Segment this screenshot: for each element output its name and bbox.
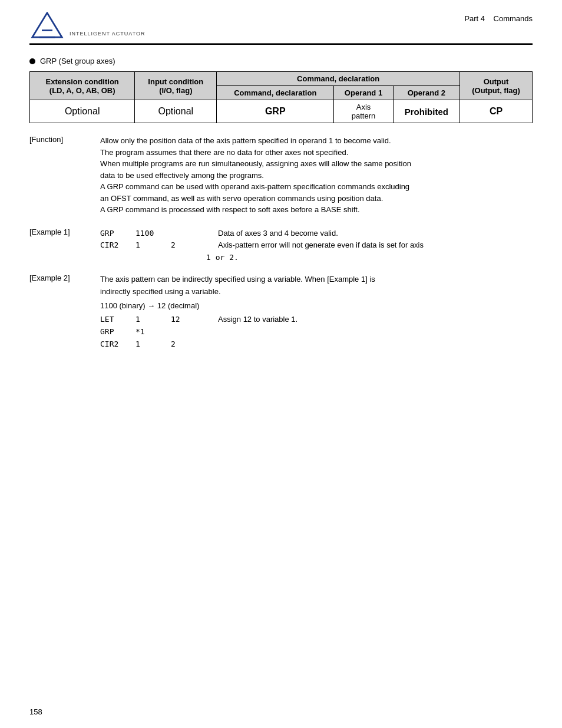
function-line-3: When multiple programs are run simultane… bbox=[100, 158, 533, 170]
example1-row: [Example 1] GRP 1100 Data of axes 3 and … bbox=[29, 228, 533, 264]
function-line-1: Allow only the position data of the axis… bbox=[100, 135, 533, 147]
code-grp-cmd: GRP bbox=[100, 228, 135, 240]
table-header-cmd-decl: Command, declaration bbox=[217, 86, 334, 100]
code-cir22-arg2: 2 bbox=[171, 338, 206, 351]
table-header-operand2: Operand 2 bbox=[393, 86, 459, 100]
code-grp-desc: Data of axes 3 and 4 become valid. bbox=[218, 228, 338, 240]
section-header: GRP (Set group axes) bbox=[29, 57, 533, 65]
function-label: [Function] bbox=[29, 135, 94, 216]
table-header-operand1: Operand 1 bbox=[334, 86, 393, 100]
part-label: Part 4 bbox=[464, 14, 485, 23]
bullet-icon bbox=[29, 58, 35, 64]
code-let-cmd: LET bbox=[100, 314, 135, 326]
example2-code-grp: GRP *1 bbox=[100, 326, 533, 338]
code-grp-arg1: 1100 bbox=[135, 228, 171, 240]
code-let-desc: Assign 12 to variable 1. bbox=[218, 314, 297, 326]
code-cir2-desc: Axis-pattern error will not generate eve… bbox=[218, 239, 424, 252]
page-footer: 158 bbox=[29, 707, 42, 716]
example1-content: GRP 1100 Data of axes 3 and 4 become val… bbox=[100, 228, 533, 264]
table-header-input-condition: Input condition (I/O, flag) bbox=[135, 72, 217, 100]
code-let-arg1: 1 bbox=[135, 314, 171, 326]
function-text: Allow only the position data of the axis… bbox=[100, 135, 533, 216]
header-part-title: Part 4 Commands bbox=[464, 12, 533, 23]
function-line-2: The program assumes that there are no da… bbox=[100, 147, 533, 159]
svg-marker-0 bbox=[32, 13, 62, 37]
example1-block: [Example 1] GRP 1100 Data of axes 3 and … bbox=[29, 228, 533, 264]
example2-block: [Example 2] The axis pattern can be indi… bbox=[29, 274, 533, 351]
example2-label: [Example 2] bbox=[29, 274, 94, 351]
table-cell-operand2: Prohibited bbox=[393, 100, 459, 123]
function-block: [Function] Allow only the position data … bbox=[29, 135, 533, 216]
example1-continued: 1 or 2. bbox=[100, 252, 533, 264]
section-title-header: Commands bbox=[494, 14, 533, 23]
table-header-output: Output (Output, flag) bbox=[460, 72, 533, 100]
logo-area: INTELLIGENT ACTUATOR bbox=[29, 12, 146, 38]
example1-code-grp: GRP 1100 Data of axes 3 and 4 become val… bbox=[100, 228, 533, 240]
example2-binary: 1100 (binary) → 12 (decimal) bbox=[100, 300, 533, 312]
code-grp-arg2 bbox=[171, 228, 206, 240]
table-cell-command: GRP bbox=[217, 100, 334, 123]
code-grp2-cmd: GRP bbox=[100, 326, 135, 338]
table-cell-ext-condition: Optional bbox=[30, 100, 135, 123]
example2-code-let: LET 1 12 Assign 12 to variable 1. bbox=[100, 314, 533, 326]
example1-code-cir2: CIR2 1 2 Axis-pattern error will not gen… bbox=[100, 239, 533, 252]
section-title-text: GRP (Set group axes) bbox=[40, 57, 115, 65]
function-line-5: A GRP command can be used with operand a… bbox=[100, 181, 533, 193]
code-cir22-cmd: CIR2 bbox=[100, 338, 135, 351]
code-cir2-arg1: 1 bbox=[135, 239, 171, 252]
example2-intro1: The axis pattern can be indirectly speci… bbox=[100, 274, 533, 286]
function-line-7: A GRP command is processed with respect … bbox=[100, 204, 533, 216]
logo-text: INTELLIGENT ACTUATOR bbox=[70, 31, 146, 37]
table-cell-operand1: Axis pattern bbox=[334, 100, 393, 123]
example2-intro2: indirectly specified using a variable. bbox=[100, 286, 533, 298]
continued-text: 1 or 2. bbox=[206, 252, 239, 264]
code-grp2-arg1: *1 bbox=[135, 326, 171, 338]
example1-label: [Example 1] bbox=[29, 228, 94, 264]
example2-row: [Example 2] The axis pattern can be indi… bbox=[29, 274, 533, 351]
code-cir2-arg2: 2 bbox=[171, 239, 206, 252]
table-cell-output: CP bbox=[460, 100, 533, 123]
command-table: Extension condition (LD, A, O, AB, OB) I… bbox=[29, 71, 533, 123]
example2-content: The axis pattern can be indirectly speci… bbox=[100, 274, 533, 351]
function-line-6: an OFST command, as well as with servo o… bbox=[100, 193, 533, 205]
page-header: INTELLIGENT ACTUATOR Part 4 Commands bbox=[29, 12, 533, 45]
function-line-4: data to be used effectively among the pr… bbox=[100, 170, 533, 182]
example2-code-cir2: CIR2 1 2 bbox=[100, 338, 533, 351]
code-cir2-cmd: CIR2 bbox=[100, 239, 135, 252]
function-row: [Function] Allow only the position data … bbox=[29, 135, 533, 216]
code-cir22-arg1: 1 bbox=[135, 338, 171, 351]
page-number: 158 bbox=[29, 707, 42, 716]
code-let-arg2: 12 bbox=[171, 314, 206, 326]
table-cell-input-condition: Optional bbox=[135, 100, 217, 123]
table-header-command-span: Command, declaration bbox=[217, 72, 460, 86]
company-logo bbox=[29, 12, 65, 38]
code-grp2-arg2 bbox=[171, 326, 206, 338]
table-header-ext-condition: Extension condition (LD, A, O, AB, OB) bbox=[30, 72, 135, 100]
